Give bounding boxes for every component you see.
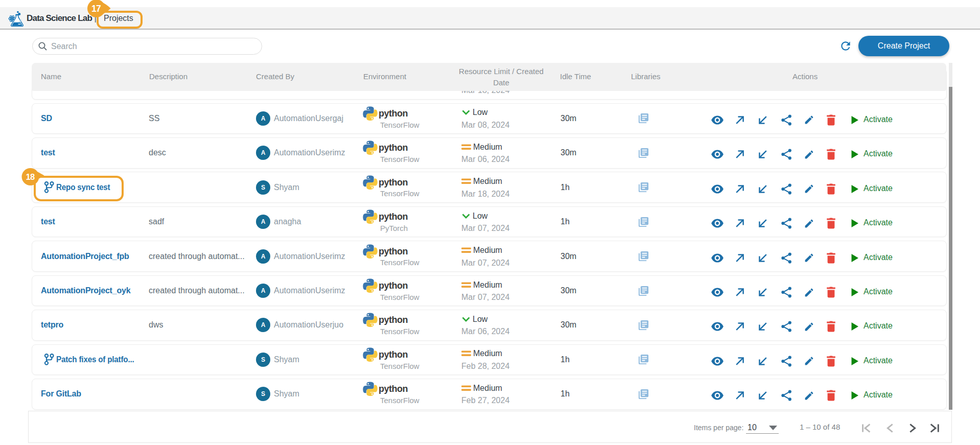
svg-text:18: 18: [26, 172, 35, 181]
